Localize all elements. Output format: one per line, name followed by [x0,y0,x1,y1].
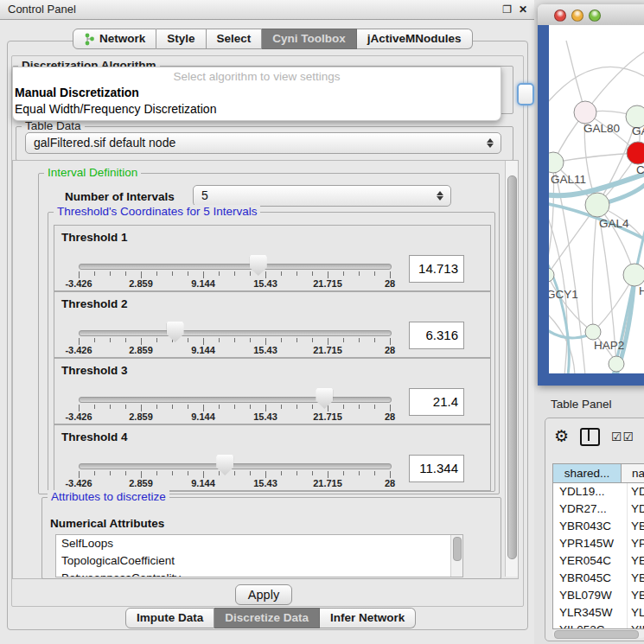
table-cell: YBL079W [553,587,628,604]
attribute-list-item[interactable]: SelfLoops [56,535,462,552]
table-row[interactable]: YLR345WYLR3 [553,604,644,622]
table-cell: YPR1 [628,535,644,552]
table-row[interactable]: YBL079WYBL0 [553,587,644,604]
tick-mark [343,405,344,409]
tab-label: jActiveMNodules [367,29,462,48]
table-row[interactable]: YDR27...YDR2 [553,501,644,518]
apply-button[interactable]: Apply [235,584,292,605]
scrollbar-thumb[interactable] [453,537,462,561]
tick-mark [125,471,126,475]
table-column-header[interactable]: na [622,464,644,482]
threshold-value-field[interactable]: 6.316 [409,322,464,349]
column-layout-icon[interactable] [580,428,600,446]
tick-mark [125,405,126,409]
checkbox-icons[interactable]: ☑☑ [611,430,634,443]
tick-mark [281,338,282,342]
network-node-gal4[interactable] [585,193,609,217]
tab-select[interactable]: Select [207,29,263,49]
algorithm-combo[interactable] [517,83,534,105]
table-row[interactable]: YDL19...YDL1 [553,483,644,501]
tick-mark [343,471,344,475]
tab-infer-network[interactable]: Infer Network [320,608,416,628]
attribute-items: SelfLoopsTopologicalCoefficientBetweenne… [56,535,462,577]
tick-label: -3.426 [60,411,98,422]
table-row[interactable]: YBR043CYBR0 [553,518,644,535]
tick-label: 9.144 [184,478,222,488]
node-label: GAL80 [583,122,620,135]
node-attribute-table[interactable]: shared...na YDL19...YDL1YDR27...YDR2YBR0… [552,463,644,629]
mac-zoom-icon[interactable] [589,10,601,22]
float-window-icon[interactable]: ❐ [502,3,512,16]
tick-label: 9.144 [184,345,222,355]
tab-cyni-toolbox[interactable]: Cyni Toolbox [262,29,357,49]
combo-arrows-icon [487,133,494,153]
close-icon[interactable]: ✕ [519,3,527,16]
network-node-gal80[interactable] [574,101,596,124]
slider-track[interactable] [79,264,392,270]
threshold-value-field[interactable]: 21.4 [409,388,464,416]
tick-mark [219,271,220,276]
table-cell: YER054C [553,552,628,570]
attributes-scrollbar[interactable] [450,535,462,577]
num-intervals-label: Number of Intervals [65,190,175,203]
table-column-header[interactable]: shared... [553,464,622,482]
threshold-value-field[interactable]: 14.713 [409,255,464,283]
slider-track[interactable] [79,463,392,469]
table-horizontal-scrollbar[interactable] [552,629,644,638]
table-row[interactable]: YBR045CYBR0 [553,570,644,587]
attribute-list-item[interactable]: TopologicalCoefficient [56,552,462,570]
table-row[interactable]: YER054CYER0 [553,552,644,570]
node-label: HAP2 [594,339,624,352]
control-panel: Control Panel ❐ ✕ NetworkStyleSelectCyni… [0,0,534,644]
algorithm-option[interactable]: Manual Discretization [13,85,501,101]
tab-discretize-data[interactable]: Discretize Data [214,608,320,628]
tick-mark [156,338,157,342]
slider-thumb[interactable] [316,388,333,409]
table-row[interactable]: YPR145WYPR1 [553,535,644,552]
table-row[interactable]: YIL052CYIL0 [553,622,644,629]
network-node-hap2[interactable] [585,324,601,340]
scrollbar-thumb[interactable] [507,175,517,559]
tick-mark [234,405,235,409]
algorithm-option[interactable]: Equal Width/Frequency Discretization [13,101,501,118]
table-data-group: Table Data galFiltered.sif default node [16,126,513,161]
tick-mark [296,271,297,276]
network-node-gal11[interactable] [549,152,564,173]
network-edge [592,205,597,332]
tick-mark [188,338,188,342]
slider-track[interactable] [79,330,392,336]
num-intervals-spinner[interactable]: 5 [193,185,451,207]
gear-icon[interactable]: ⚙ [554,427,569,446]
tab-style[interactable]: Style [156,29,206,49]
tick-label: 9.144 [184,411,222,422]
main-vertical-scrollbar[interactable] [505,161,518,577]
slider-track[interactable] [79,397,392,403]
mac-close-icon[interactable] [554,10,566,22]
tick-mark [172,405,173,409]
threshold-value-field[interactable]: 11.344 [409,455,464,482]
attribute-list-item[interactable]: BetweennessCentrality [56,570,462,577]
tab-jactivemnodules[interactable]: jActiveMNodules [357,29,473,49]
tab-impute-data[interactable]: Impute Data [125,608,214,628]
slider-thumb[interactable] [167,322,184,342]
network-canvas[interactable]: GAL80GACGAL11GAL4GCY1HHAP2 [549,25,644,373]
scrollbar-thumb[interactable] [554,630,639,639]
numerical-attributes-list[interactable]: SelfLoopsTopologicalCoefficientBetweenne… [55,534,463,577]
table-data-title: Table Data [22,119,85,132]
control-panel-titlebar: Control Panel ❐ ✕ [0,0,534,20]
tick-mark [203,338,204,345]
tick-label: 28 [371,411,409,422]
network-node[interactable] [609,356,624,372]
tab-network[interactable]: Network [73,29,156,49]
tick-mark [296,338,297,342]
node-label: H [639,284,644,297]
tick-label: 28 [371,278,409,289]
mac-minimize-icon[interactable] [571,10,583,22]
threshold-label: Threshold 3 [61,364,128,377]
algorithm-placeholder-item[interactable]: Select algorithm to view settings [13,67,501,85]
node-label: C [636,163,644,176]
network-node-h[interactable] [623,264,644,286]
table-data-combo[interactable]: galFiltered.sif default node [25,132,501,154]
bottom-tab-bar: Impute DataDiscretize DataInfer Network [125,608,416,626]
slider-thumb[interactable] [250,255,267,276]
